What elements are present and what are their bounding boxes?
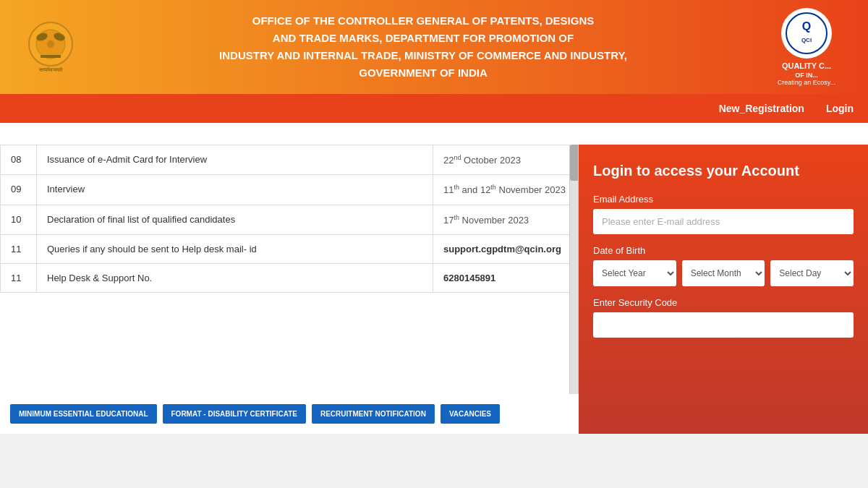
row-date: 22nd October 2023	[433, 145, 578, 175]
row-number: 08	[1, 145, 37, 175]
site-header: सत्यमेव जयते OFFICE OF THE CONTROLLER GE…	[0, 0, 868, 94]
email-input[interactable]	[593, 209, 854, 234]
table-row: 11 Queries if any should be sent to Help…	[1, 234, 578, 263]
new-registration-link[interactable]: New_Registration	[719, 103, 804, 114]
security-code-input[interactable]	[593, 312, 854, 338]
row-activity: Help Desk & Support No.	[37, 263, 433, 292]
white-divider	[0, 123, 868, 145]
row-date: support.cgpdtm@qcin.org	[433, 234, 578, 263]
qci-subtext: Creating an Ecosy...	[778, 79, 835, 86]
qci-label: QUALITY C...OF IN...	[782, 61, 831, 79]
row-date: 17th November 2023	[433, 205, 578, 234]
row-number: 11	[1, 263, 37, 292]
bottom-buttons-bar: MINIMUM ESSENTIAL EDUCATIONAL FORMAT - D…	[0, 394, 579, 434]
day-select[interactable]: Select Day	[770, 260, 854, 286]
row-number: 11	[1, 234, 37, 263]
svg-point-2	[47, 40, 54, 48]
svg-rect-5	[41, 55, 61, 58]
dob-label: Date of Birth	[593, 245, 854, 256]
ashoka-emblem-icon: सत्यमेव जयते	[20, 17, 82, 78]
row-activity: Queries if any should be sent to Help de…	[37, 234, 433, 263]
email-label: Email Address	[593, 194, 854, 205]
svg-text:Q: Q	[802, 20, 811, 33]
navigation-bar: New_Registration Login	[0, 94, 868, 123]
svg-point-7	[786, 13, 827, 53]
svg-text:QCI: QCI	[801, 37, 812, 43]
month-select[interactable]: Select Month	[682, 260, 765, 286]
qci-emblem: Q QCI	[781, 8, 832, 59]
schedule-table: 08 Issuance of e-Admit Card for Intervie…	[0, 145, 578, 293]
table-row: 11 Help Desk & Support No. 6280145891	[1, 263, 578, 292]
qci-logo-container: Q QCI QUALITY C...OF IN... Creating an E…	[760, 8, 854, 86]
row-date: 6280145891	[433, 263, 578, 292]
recruitment-notification-button[interactable]: RECRUITMENT NOTIFICATION	[312, 404, 435, 424]
year-select[interactable]: Select Year	[593, 260, 676, 286]
table-section: 08 Issuance of e-Admit Card for Intervie…	[0, 145, 579, 434]
schedule-table-container[interactable]: 08 Issuance of e-Admit Card for Intervie…	[0, 145, 579, 394]
dob-row: Select Year Select Month Select Day	[593, 260, 854, 286]
ashoka-emblem-container: सत्यमेव जयते	[14, 17, 87, 78]
security-code-label: Enter Security Code	[593, 297, 854, 308]
svg-text:सत्यमेव जयते: सत्यमेव जयते	[38, 67, 63, 72]
row-date: 11th and 12th November 2023	[433, 175, 578, 205]
row-activity: Interview	[37, 175, 433, 205]
table-row: 09 Interview 11th and 12th November 2023	[1, 175, 578, 205]
vacancies-button[interactable]: VACANCIES	[441, 404, 500, 424]
login-panel: Login to access your Account Email Addre…	[579, 145, 868, 434]
min-education-button[interactable]: MINIMUM ESSENTIAL EDUCATIONAL	[10, 404, 157, 424]
disability-cert-button[interactable]: FORMAT - DISABILITY CERTIFICATE	[163, 404, 306, 424]
table-row: 08 Issuance of e-Admit Card for Intervie…	[1, 145, 578, 175]
table-row: 10 Declaration of final list of qualifie…	[1, 205, 578, 234]
row-activity: Issuance of e-Admit Card for Interview	[37, 145, 433, 175]
row-number: 10	[1, 205, 37, 234]
scrollbar[interactable]	[569, 145, 578, 394]
row-number: 09	[1, 175, 37, 205]
main-content: 08 Issuance of e-Admit Card for Intervie…	[0, 145, 868, 434]
login-link[interactable]: Login	[826, 103, 854, 114]
scroll-thumb[interactable]	[570, 145, 579, 181]
login-title: Login to access your Account	[593, 163, 854, 179]
header-title: OFFICE OF THE CONTROLLER GENERAL OF PATE…	[87, 12, 760, 82]
row-activity: Declaration of final list of qualified c…	[37, 205, 433, 234]
